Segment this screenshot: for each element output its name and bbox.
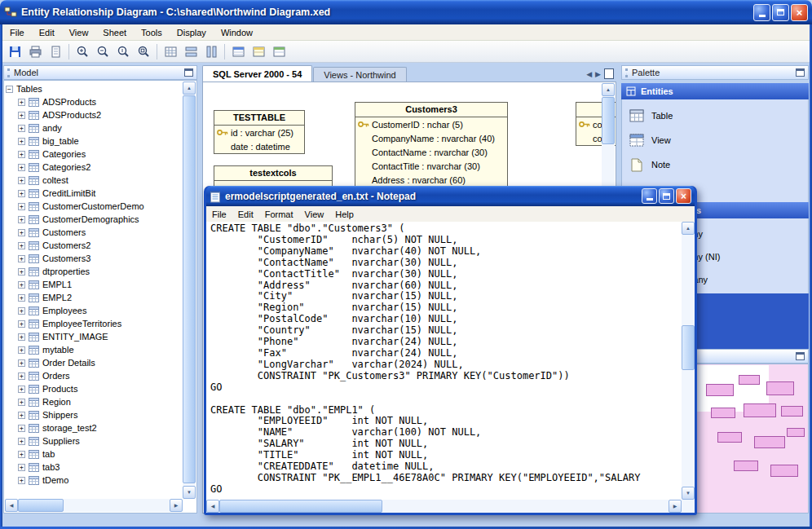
notepad-vertical-scrollbar[interactable]: ▲ ▼	[682, 222, 695, 500]
palette-item-note[interactable]: Note	[622, 152, 808, 177]
print-button[interactable]	[25, 42, 45, 61]
expand-icon[interactable]: +	[18, 242, 25, 249]
expand-icon[interactable]: +	[18, 373, 25, 380]
expand-icon[interactable]: +	[18, 451, 25, 458]
expand-icon[interactable]: +	[18, 386, 25, 393]
model-vertical-scrollbar[interactable]: ▲ ▼	[183, 82, 196, 499]
entity-testtable[interactable]: TESTTABLE id : varchar (25)	[214, 110, 305, 154]
dock-icon[interactable]	[796, 68, 805, 77]
tree-item-table[interactable]: + tab3	[6, 461, 183, 474]
expand-icon[interactable]: +	[18, 125, 25, 132]
print-preview-button[interactable]	[46, 42, 65, 61]
entity-style-2-button[interactable]	[249, 42, 268, 61]
entity-style-1-button[interactable]	[228, 42, 248, 61]
expand-icon[interactable]: +	[18, 190, 25, 197]
menu-item[interactable]: File	[2, 25, 32, 40]
expand-icon[interactable]: +	[18, 255, 25, 262]
entity-column[interactable]: CustomerID : nchar (5)	[355, 117, 507, 131]
tree-item-table[interactable]: + Categories	[6, 148, 183, 161]
expand-icon[interactable]: +	[18, 138, 25, 145]
tree-item-table[interactable]: + big_table	[6, 134, 183, 148]
tree-item-table[interactable]: + CustomerCustomerDemo	[6, 200, 183, 213]
expand-icon[interactable]: +	[18, 203, 25, 210]
expand-icon[interactable]: +	[18, 164, 25, 171]
entity-column[interactable]: ContactTitle : nvarchar (30)	[355, 159, 507, 173]
tab-sql-server-2000[interactable]: SQL Server 2000 - 54	[202, 65, 312, 82]
notepad-minimize-button[interactable]	[642, 188, 657, 204]
tree-item-table[interactable]: + Region	[6, 395, 183, 408]
entity-title[interactable]: TESTTABLE	[214, 111, 304, 126]
zoom-in-button[interactable]	[73, 42, 92, 61]
palette-item-view[interactable]: View	[622, 128, 808, 152]
tree-item-table[interactable]: + Products	[6, 382, 183, 395]
notepad-menu-item[interactable]: Help	[329, 208, 360, 221]
save-button[interactable]	[5, 42, 24, 61]
scroll-up-button[interactable]: ▲	[183, 82, 196, 95]
entity-column[interactable]: id : varchar (25)	[214, 126, 304, 139]
expand-icon[interactable]: +	[18, 307, 25, 315]
notepad-menu-item[interactable]: Edit	[232, 208, 259, 221]
menu-item[interactable]: Tools	[134, 25, 170, 40]
collapse-icon[interactable]: −	[6, 86, 13, 93]
tree-item-table[interactable]: + EMPL1	[6, 278, 183, 291]
maximize-button[interactable]	[772, 4, 789, 21]
tree-item-table[interactable]: + Customers3	[6, 252, 183, 265]
expand-icon[interactable]: +	[18, 268, 25, 276]
expand-icon[interactable]: +	[18, 177, 25, 184]
menu-item[interactable]: Edit	[32, 25, 62, 40]
expand-icon[interactable]: +	[18, 359, 25, 367]
zoom-out-button[interactable]	[93, 42, 113, 61]
scrollbar-thumb[interactable]	[18, 499, 64, 512]
scroll-down-button[interactable]: ▼	[682, 487, 695, 500]
expand-icon[interactable]: +	[18, 412, 25, 419]
tree-item-table[interactable]: + Categories2	[6, 161, 183, 174]
scroll-down-button[interactable]: ▼	[183, 486, 196, 499]
tree-item-table[interactable]: + Shippers	[6, 408, 183, 421]
notepad-close-button[interactable]: ×	[676, 188, 691, 204]
expand-icon[interactable]: +	[18, 425, 25, 432]
scroll-left-button[interactable]: ◀	[5, 499, 18, 512]
expand-icon[interactable]: +	[18, 438, 25, 445]
sheet-list-icon[interactable]	[604, 68, 614, 79]
scroll-left-button[interactable]: ◀	[206, 500, 219, 513]
tree-item-table[interactable]: + Employees	[6, 304, 183, 317]
scrollbar-thumb[interactable]	[183, 95, 196, 483]
notepad-titlebar[interactable]: ermodelscriptgenerated_en.txt - Notepad …	[206, 186, 695, 206]
grid-button[interactable]	[161, 42, 180, 61]
scrollbar-thumb[interactable]	[219, 500, 382, 513]
tree-item-table[interactable]: + Orders	[6, 369, 183, 382]
notepad-menu-item[interactable]: View	[299, 208, 330, 221]
tree-item-table[interactable]: + mytable	[6, 343, 183, 356]
entity-style-3-button[interactable]	[269, 42, 289, 61]
tree-item-table[interactable]: + EMPL2	[6, 291, 183, 304]
entity-column[interactable]: date : datetime	[214, 139, 304, 153]
expand-icon[interactable]: +	[18, 320, 25, 328]
scroll-right-button[interactable]: ▶	[170, 499, 183, 512]
expand-icon[interactable]: +	[18, 333, 25, 341]
palette-item-table[interactable]: Table	[622, 104, 808, 128]
model-panel-header[interactable]: Model	[3, 65, 197, 80]
tree-item-table[interactable]: + tDemo	[6, 474, 183, 487]
model-horizontal-scrollbar[interactable]: ◀ ▶	[5, 499, 183, 512]
titlebar[interactable]: Entity Relationship Diagram - C:\shared\…	[0, 0, 812, 24]
notepad-window[interactable]: ermodelscriptgenerated_en.txt - Notepad …	[204, 186, 697, 515]
entity-title[interactable]: Customers3	[355, 103, 507, 117]
tab-views-northwind[interactable]: Views - Northwind	[313, 67, 406, 82]
expand-icon[interactable]: +	[18, 229, 25, 236]
scroll-right-button[interactable]: ▶	[669, 500, 682, 513]
notepad-menu-item[interactable]: Format	[259, 208, 299, 221]
tree-item-table[interactable]: + EmployeeTerritories	[6, 317, 183, 330]
tree-item-table[interactable]: + andy	[6, 121, 183, 134]
palette-section-entities[interactable]: Entities	[621, 83, 809, 99]
tree-item-table[interactable]: + CustomerDemographics	[6, 213, 183, 226]
expand-icon[interactable]: +	[18, 216, 25, 223]
tree-item-table[interactable]: + Customers	[6, 226, 183, 239]
entity-column[interactable]: Address : nvarchar (60)	[355, 173, 507, 187]
expand-icon[interactable]: +	[18, 294, 25, 302]
scrollbar-thumb[interactable]	[602, 97, 615, 144]
tree-item-table[interactable]: + ADSProducts2	[6, 108, 183, 121]
scrollbar-thumb[interactable]	[682, 325, 695, 370]
tree-item-table[interactable]: + Suppliers	[6, 434, 183, 447]
tree-item-table[interactable]: + coltest	[6, 174, 183, 187]
entity-column[interactable]: ContactName : nvarchar (30)	[355, 145, 507, 159]
